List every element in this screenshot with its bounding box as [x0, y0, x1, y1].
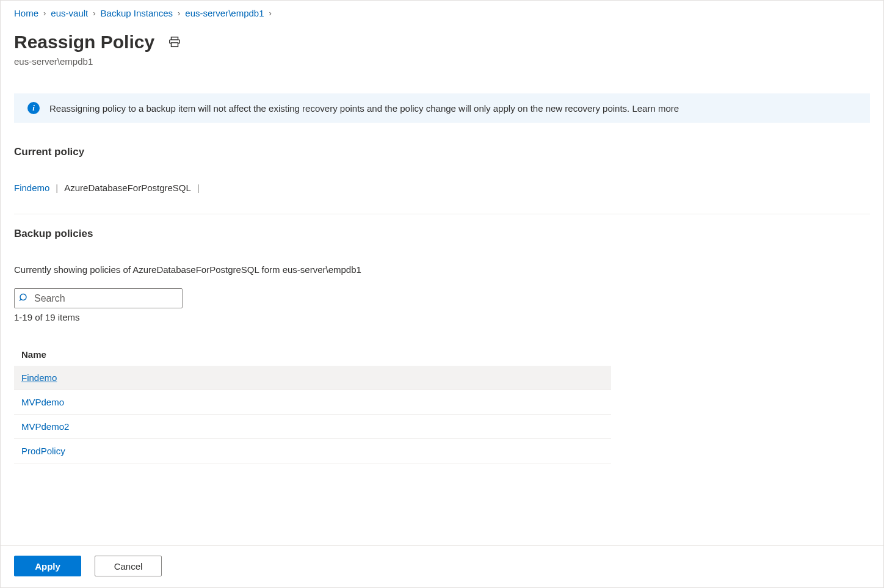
breadcrumb: Home › eus-vault › Backup Instances › eu… [14, 8, 870, 18]
svg-line-3 [20, 299, 21, 301]
chevron-right-icon: › [269, 9, 272, 18]
info-banner: i Reassigning policy to a backup item wi… [14, 93, 870, 123]
footer-bar: Apply Cancel [1, 545, 883, 587]
breadcrumb-item-vault[interactable]: eus-vault [51, 8, 88, 18]
page-title-text: Reassign Policy [14, 32, 154, 53]
search-icon [19, 292, 29, 304]
breadcrumb-item-backup-instances[interactable]: Backup Instances [101, 8, 173, 18]
chevron-right-icon: › [43, 9, 46, 18]
table-row[interactable]: MVPdemo2 [14, 415, 611, 439]
table-row[interactable]: MVPdemo [14, 390, 611, 415]
table-row[interactable]: ProdPolicy [14, 439, 611, 463]
svg-rect-1 [172, 43, 178, 46]
breadcrumb-item-home[interactable]: Home [14, 8, 38, 18]
item-count: 1-19 of 19 items [14, 312, 870, 322]
policy-table: Name Findemo MVPdemo MVPdemo2 ProdPolicy [14, 343, 611, 463]
table-row[interactable]: Findemo [14, 366, 611, 390]
chevron-right-icon: › [178, 9, 180, 18]
backup-policies-label: Backup policies [14, 228, 870, 240]
chevron-right-icon: › [93, 9, 95, 18]
column-header-name[interactable]: Name [14, 343, 611, 366]
info-banner-text: Reassigning policy to a backup item will… [49, 103, 679, 114]
policy-link[interactable]: MVPdemo2 [21, 421, 69, 432]
divider [14, 214, 870, 214]
current-policy-link[interactable]: Findemo [14, 183, 49, 193]
page-title: Reassign Policy [14, 32, 870, 53]
cancel-button[interactable]: Cancel [95, 556, 162, 576]
backup-policies-showing: Currently showing policies of AzureDatab… [14, 264, 870, 275]
current-policy-label: Current policy [14, 146, 870, 158]
page-subtitle: eus-server\empdb1 [14, 56, 870, 67]
search-input-wrap [14, 288, 183, 308]
info-icon: i [27, 102, 40, 114]
print-icon[interactable] [168, 35, 181, 49]
apply-button[interactable]: Apply [14, 556, 81, 576]
breadcrumb-item-instance[interactable]: eus-server\empdb1 [185, 8, 264, 18]
policy-link[interactable]: MVPdemo [21, 397, 64, 407]
policy-link[interactable]: Findemo [21, 372, 57, 383]
current-policy-type: AzureDatabaseForPostgreSQL [64, 183, 191, 193]
search-input[interactable] [14, 288, 183, 308]
policy-link[interactable]: ProdPolicy [21, 446, 65, 456]
current-policy-value: Findemo | AzureDatabaseForPostgreSQL | [14, 183, 870, 193]
